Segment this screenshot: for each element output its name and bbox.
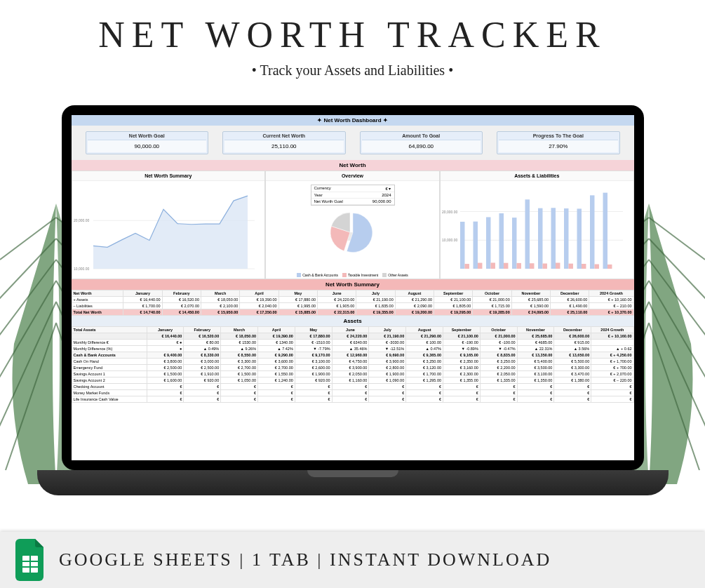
- svg-rect-22: [542, 264, 546, 269]
- svg-rect-26: [568, 264, 572, 269]
- svg-rect-16: [504, 263, 508, 269]
- currency-label: Currency: [314, 186, 331, 191]
- card-value: 64,890.00: [362, 140, 481, 152]
- svg-rect-11: [474, 222, 478, 269]
- svg-rect-30: [594, 265, 598, 269]
- svg-rect-20: [530, 263, 534, 269]
- svg-rect-13: [486, 217, 490, 269]
- svg-rect-19: [525, 199, 530, 269]
- laptop-notch: [307, 470, 398, 477]
- pie-chart: [266, 209, 439, 258]
- card-goal: Net Worth Goal 90,000.00: [86, 131, 209, 154]
- svg-rect-32: [607, 265, 612, 269]
- net-worth-section: Net Worth: [72, 160, 634, 171]
- svg-rect-14: [490, 262, 495, 269]
- card-label: Net Worth Goal: [88, 133, 207, 140]
- year-value[interactable]: 2024: [382, 193, 391, 197]
- svg-text:10,000.00: 10,000.00: [442, 238, 457, 242]
- google-sheets-icon: [14, 539, 48, 581]
- card-amount-to-goal: Amount To Goal 64,890.00: [360, 131, 483, 154]
- svg-rect-21: [538, 208, 542, 269]
- svg-rect-31: [603, 193, 607, 269]
- assets-section-title: Assets: [72, 316, 634, 326]
- currency-value[interactable]: €: [385, 187, 387, 191]
- summary-section-title: Net Worth Summary: [72, 279, 634, 290]
- svg-rect-29: [590, 195, 594, 269]
- overview-box: Currency € ▾ Year 2024 Net Worth Goal 90…: [311, 185, 395, 206]
- pie-legend: Cash & Bank AccountsTaxable InvestmentOt…: [266, 273, 439, 277]
- svg-text:20,000.00: 20,000.00: [442, 210, 457, 214]
- card-label: Amount To Goal: [362, 133, 481, 140]
- svg-rect-27: [577, 208, 582, 269]
- line-chart: 10,000.0020,000.00: [72, 181, 264, 276]
- hero-subtitle: • Track your Assets and Liabilities •: [0, 62, 705, 79]
- bar-chart: 10,000.0020,000.00: [441, 181, 633, 276]
- card-value: 27.90%: [499, 140, 618, 152]
- hero-title: NET WORTH TRACKER: [0, 0, 705, 55]
- svg-rect-28: [582, 264, 586, 269]
- dashboard-title: ✦ Net Worth Dashboard ✦: [72, 115, 634, 126]
- overview-panel: Overview Currency € ▾ Year 2024 Net Wort…: [265, 171, 440, 279]
- overview-title: Overview: [266, 171, 439, 181]
- line-chart-title: Net Worth Summary: [72, 171, 264, 181]
- footer-bar: GOOGLE SHEETS | 1 TAB | INSTANT DOWNLOAD: [0, 532, 705, 588]
- svg-rect-12: [478, 263, 482, 269]
- card-label: Current Net Worth: [224, 133, 344, 140]
- svg-rect-9: [460, 222, 464, 269]
- goal-label: Net Worth Goal: [314, 199, 343, 203]
- line-chart-panel: Net Worth Summary 10,000.0020,000.00: [72, 171, 265, 279]
- card-value: 25,110.00: [224, 140, 344, 152]
- svg-text:10,000.00: 10,000.00: [74, 267, 89, 271]
- svg-rect-24: [556, 262, 560, 269]
- summary-table[interactable]: Net WorthJanuaryFebruaryMarchAprilMayJun…: [72, 290, 634, 316]
- svg-rect-25: [564, 208, 568, 269]
- bar-chart-panel: Assets & Liabilities 10,000.0020,000.00: [440, 171, 633, 279]
- summary-cards: Net Worth Goal 90,000.00 Current Net Wor…: [72, 126, 634, 160]
- svg-rect-18: [516, 263, 521, 269]
- svg-rect-15: [499, 213, 504, 269]
- svg-rect-17: [512, 218, 516, 269]
- card-label: Progress To The Goal: [499, 133, 618, 140]
- laptop-base: [37, 470, 669, 495]
- svg-rect-23: [551, 208, 556, 269]
- laptop-mockup: ✦ Net Worth Dashboard ✦ Net Worth Goal 9…: [62, 105, 644, 505]
- card-current: Current Net Worth 25,110.00: [222, 131, 346, 154]
- spreadsheet-screen: ✦ Net Worth Dashboard ✦ Net Worth Goal 9…: [72, 115, 634, 460]
- bar-chart-title: Assets & Liabilities: [441, 171, 633, 181]
- year-label: Year: [314, 193, 323, 197]
- footer-text: GOOGLE SHEETS | 1 TAB | INSTANT DOWNLOAD: [59, 549, 551, 570]
- assets-table[interactable]: Total AssetsJanuaryFebruaryMarchAprilMay…: [72, 326, 634, 403]
- goal-value[interactable]: 90,000.00: [372, 199, 391, 203]
- card-progress: Progress To The Goal 27.90%: [497, 131, 620, 154]
- svg-text:20,000.00: 20,000.00: [74, 218, 89, 222]
- card-value: 90,000.00: [88, 140, 207, 152]
- svg-rect-10: [464, 264, 469, 269]
